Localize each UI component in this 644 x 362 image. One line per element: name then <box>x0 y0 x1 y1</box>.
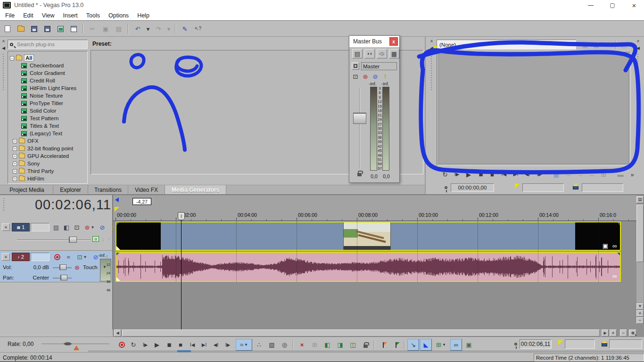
volume-value[interactable]: 0,0 dB <box>26 264 49 270</box>
track-layout-button[interactable]: ▤ <box>636 196 644 203</box>
save-button[interactable] <box>28 23 40 34</box>
copy-snapshot-button[interactable]: ▦ <box>551 169 562 180</box>
expand-icon[interactable]: + <box>13 154 17 158</box>
tree-item-credit-roll[interactable]: Credit Roll <box>8 77 87 84</box>
menu-item-options[interactable]: Options <box>104 10 133 20</box>
selection-edit-tool[interactable]: ▧ <box>266 339 278 351</box>
in-point-marker[interactable] <box>115 197 119 202</box>
tree-item-test-pattern[interactable]: Test Pattern <box>8 115 87 122</box>
undo-dropdown[interactable]: ▾ <box>145 23 151 34</box>
track-fx-icon[interactable]: ⊡▼ <box>75 253 89 261</box>
paste-button[interactable]: ▤ <box>113 23 124 34</box>
tree-item-sony[interactable]: +Sony <box>8 160 87 167</box>
mute-icon[interactable]: ⊘ <box>98 223 107 231</box>
tree-item-titles-text[interactable]: Titles & Text <box>8 122 87 130</box>
previous-frame-button[interactable]: ◀I <box>522 169 533 180</box>
vertical-zoom-in-button[interactable]: + <box>636 310 644 317</box>
preview-grip[interactable] <box>431 54 432 91</box>
tree-item-all[interactable]: −All <box>8 54 87 62</box>
scroll-left-button[interactable]: ◀ <box>114 329 121 337</box>
playhead-handle[interactable]: ∥ <box>178 212 185 220</box>
master-channel-button[interactable] <box>352 62 359 70</box>
previous-frame-button[interactable]: ◀I <box>210 339 222 351</box>
cut-button[interactable]: ✂ <box>87 23 98 34</box>
audio-track-header[interactable]: ≡ ♪2 ≈⊡▼⊘! -Inf. 12243648 Vol: 0,0 dB ⊛ … <box>0 251 112 282</box>
menu-item-help[interactable]: Help <box>133 10 154 20</box>
event-pan-crop-icon[interactable]: ▣ <box>602 242 609 249</box>
audio-event[interactable]: ∞ <box>116 252 621 282</box>
insert-region-button[interactable] <box>390 339 402 351</box>
vertical-scroll-thumb[interactable] <box>636 205 644 262</box>
video-overlay-button[interactable]: ▬ <box>615 169 626 180</box>
master-bus-close-button[interactable]: x <box>389 37 398 46</box>
bypass-motion-blur-icon[interactable]: ▨ <box>52 223 60 231</box>
expand-icon[interactable]: + <box>13 169 17 173</box>
save-as-button[interactable] <box>41 23 53 34</box>
play-from-start-button[interactable]: I▶ <box>140 339 151 351</box>
marker-bar[interactable] <box>113 195 636 212</box>
selection-time-field[interactable] <box>609 339 642 349</box>
delete-button[interactable]: × <box>296 339 308 351</box>
scan-right-button[interactable]: → <box>574 169 586 180</box>
vertical-scrollbar[interactable] <box>636 205 644 303</box>
time-ruler[interactable]: 00:00:0002:0000:04:0000:06:0000:08:0000:… <box>113 212 636 221</box>
grab-frame-button[interactable]: ⊞ <box>598 169 609 180</box>
automation-settings-icon[interactable]: ⊛▼ <box>83 223 96 231</box>
scroll-down-button[interactable]: ▼ <box>636 303 644 310</box>
go-to-end-button[interactable]: ▶I <box>198 339 210 351</box>
preview-marker-field[interactable] <box>522 183 564 192</box>
parent-composite-icon[interactable]: α <box>92 236 99 242</box>
rate-slider-handle[interactable]: ◀◆▶ <box>63 341 71 346</box>
stop-button[interactable]: ■ <box>175 339 186 351</box>
tree-item-hitfilm[interactable]: +HitFilm <box>8 175 87 182</box>
go-to-start-button[interactable]: I◀ <box>498 169 510 180</box>
event-fx-icon[interactable]: ∞ <box>611 242 618 249</box>
envelope-edit-tool[interactable]: ∴ <box>253 339 265 351</box>
collapse-icon[interactable]: − <box>10 56 14 60</box>
horizontal-scrollbar[interactable] <box>122 329 601 337</box>
post-edit-ripple-button[interactable]: ⊞ <box>309 339 321 351</box>
normal-edit-tool-button[interactable]: ✎ <box>179 23 190 34</box>
lock-event-button[interactable] <box>360 339 372 351</box>
track-fx-icon[interactable]: ⊡ <box>73 223 81 231</box>
solo-icon[interactable]: ! <box>381 72 389 81</box>
close-button[interactable]: × <box>627 0 641 10</box>
event-fx-icon[interactable]: ∞ <box>611 272 618 279</box>
tree-item-protype-titler[interactable]: ProType Titler <box>8 99 87 107</box>
project-properties-button[interactable] <box>68 23 79 34</box>
next-frame-button[interactable]: I▶ <box>222 339 233 351</box>
play-from-start-button[interactable]: I▶ <box>451 169 462 180</box>
rate-slider-track[interactable] <box>41 344 109 344</box>
scroll-right-button[interactable]: ▶ <box>602 329 609 337</box>
preview-cursor-time[interactable]: 00:00:00,00 <box>451 183 494 192</box>
whats-this-help-button[interactable]: ↖? <box>192 23 204 34</box>
video-track-number[interactable]: ▦1 <box>12 223 30 231</box>
dock-close-icon[interactable]: × <box>636 39 641 44</box>
minimize-button[interactable]: — <box>584 0 598 10</box>
quantize-to-frames-button[interactable]: ◣ <box>420 339 432 351</box>
play-button[interactable]: ▶ <box>151 339 163 351</box>
plugin-search-box[interactable]: Search plug-ins <box>8 40 88 49</box>
fader-lock-icon[interactable] <box>356 171 363 178</box>
tab-project-media[interactable]: Project Media <box>1 185 53 194</box>
arm-record-icon[interactable] <box>53 253 61 261</box>
timeline-big-time[interactable]: 00:02:06,11 <box>19 197 111 213</box>
menu-item-view[interactable]: View <box>38 10 59 20</box>
save-snapshot-button[interactable]: → <box>562 169 574 180</box>
track-composite-mode-icon[interactable]: ◧ <box>62 223 71 231</box>
event-fade-corner[interactable] <box>116 222 119 225</box>
next-frame-button[interactable]: I▶ <box>534 169 545 180</box>
vertical-zoom-out-button[interactable]: − <box>636 317 644 324</box>
horizontal-zoom-out-button[interactable]: − <box>620 329 627 337</box>
automation-gear-icon[interactable]: ⊛ <box>74 264 80 271</box>
tree-item-32-bit-floating-point[interactable]: +32-bit floating point <box>8 145 87 152</box>
undo-button[interactable]: ↶ <box>132 23 143 34</box>
copy-button[interactable]: ▣ <box>100 23 111 34</box>
make-child-icon[interactable]: ↓ <box>102 236 105 242</box>
pause-button[interactable]: ▮▮ <box>163 339 174 351</box>
expand-icon[interactable]: + <box>13 147 17 151</box>
new-project-button[interactable] <box>2 23 13 34</box>
loop-playback-button[interactable]: ↻ <box>128 339 139 351</box>
record-button[interactable] <box>116 339 127 351</box>
plugins-grip[interactable] <box>3 54 4 91</box>
